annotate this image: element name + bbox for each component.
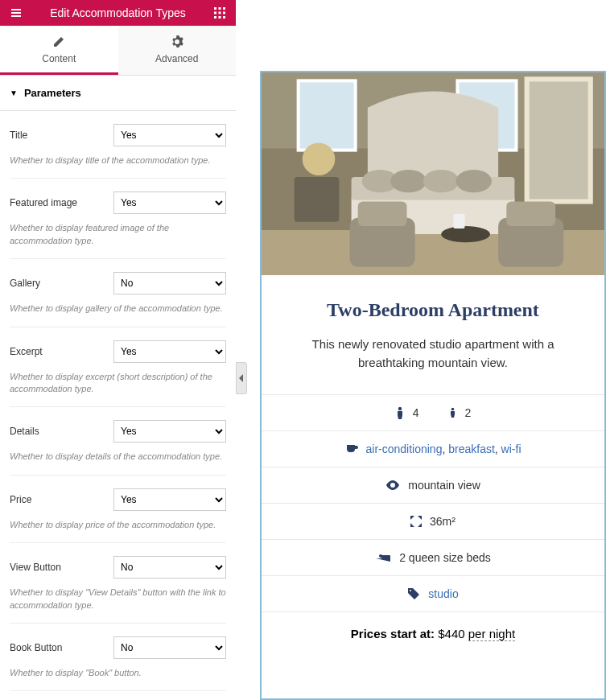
hamburger-menu-icon[interactable] xyxy=(6,6,26,19)
svg-point-21 xyxy=(390,170,427,192)
field-select-title[interactable]: Yes No xyxy=(113,124,226,146)
svg-point-22 xyxy=(423,170,460,192)
svg-rect-8 xyxy=(223,16,225,19)
tab-content[interactable]: Content xyxy=(0,26,118,75)
field-select-book button[interactable]: Yes No xyxy=(113,636,226,659)
coffee-icon xyxy=(345,443,358,455)
svg-rect-4 xyxy=(219,12,221,14)
field-help: Whether to display price of the accommod… xyxy=(10,519,226,543)
field-row: Details Yes No Whether to display detail… xyxy=(0,407,236,475)
editor-header: Edit Accommodation Types xyxy=(0,0,236,26)
field-help: Whether to display details of the accomm… xyxy=(10,451,226,475)
panel-body: Title Yes No Whether to display title of… xyxy=(0,111,236,700)
amenity-link[interactable]: wi-fi xyxy=(501,443,521,455)
svg-point-30 xyxy=(441,226,490,242)
svg-rect-29 xyxy=(506,201,555,225)
field-row: Title Yes No Whether to display title of… xyxy=(0,111,236,179)
amenity-link[interactable]: air-conditioning xyxy=(366,443,443,455)
field-help: Whether to display title of the accommod… xyxy=(10,154,226,179)
field-select-price[interactable]: Yes No xyxy=(113,488,226,511)
size-text: 36m² xyxy=(430,515,456,528)
tabs: Content Advanced xyxy=(0,26,236,76)
field-label: View Button xyxy=(10,562,61,573)
field-help: Whether to display "Book" button. xyxy=(10,667,226,691)
field-label: Book Button xyxy=(10,642,62,653)
field-label: Price xyxy=(10,494,31,505)
field-select-featured image[interactable]: Yes No xyxy=(113,191,226,214)
svg-rect-5 xyxy=(223,12,225,14)
field-label: Gallery xyxy=(10,278,40,289)
tab-advanced-label: Advanced xyxy=(155,53,198,64)
accommodation-card: Two-Bedroom Apartment This newly renovat… xyxy=(260,71,606,700)
eye-icon xyxy=(385,480,400,490)
child-icon xyxy=(448,407,457,418)
field-help: Whether to display featured image of the… xyxy=(10,222,226,259)
field-label: Excerpt xyxy=(10,346,43,357)
editor-title: Edit Accommodation Types xyxy=(26,6,210,19)
price-label: Prices start at: xyxy=(351,627,435,640)
svg-rect-31 xyxy=(453,214,464,229)
children-count: 2 xyxy=(465,406,472,419)
price-per: per night xyxy=(468,627,515,641)
svg-rect-11 xyxy=(299,80,356,150)
field-help: Whether to display excerpt (short descri… xyxy=(10,371,226,408)
field-label: Title xyxy=(10,130,27,141)
svg-point-25 xyxy=(303,142,336,175)
svg-rect-15 xyxy=(527,79,591,201)
adults-count: 4 xyxy=(413,406,419,419)
tag-row: studio xyxy=(262,575,604,611)
price-value: $440 xyxy=(438,627,464,640)
svg-rect-7 xyxy=(219,16,221,19)
beds-row: 2 queen size beds xyxy=(262,539,604,575)
price-row: Prices start at: $440 per night xyxy=(262,611,604,649)
svg-rect-3 xyxy=(214,12,216,14)
tag-link[interactable]: studio xyxy=(428,587,458,600)
svg-rect-2 xyxy=(223,7,225,10)
tab-advanced[interactable]: Advanced xyxy=(118,26,237,75)
panel-title: Parameters xyxy=(24,87,81,99)
svg-rect-27 xyxy=(358,201,407,225)
capacity-row: 4 2 xyxy=(262,394,604,430)
tab-content-label: Content xyxy=(42,53,76,64)
field-row: Gallery Yes No Whether to display galler… xyxy=(0,259,236,327)
expand-icon xyxy=(410,516,422,527)
beds-text: 2 queen size beds xyxy=(399,551,491,564)
field-select-gallery[interactable]: Yes No xyxy=(113,272,226,294)
tag-icon xyxy=(407,587,420,600)
field-help: Whether to display "View Details" button… xyxy=(10,587,226,624)
svg-point-32 xyxy=(398,407,402,410)
svg-point-23 xyxy=(456,170,492,192)
panel-parameters-header[interactable]: ▼ Parameters xyxy=(0,76,236,111)
editor-sidebar: Edit Accommodation Types Content Advance… xyxy=(0,0,236,700)
svg-point-33 xyxy=(451,408,454,411)
featured-image xyxy=(262,72,604,275)
field-label: Featured image xyxy=(10,197,77,208)
field-row: View Button Yes No Whether to display "V… xyxy=(0,543,236,624)
svg-rect-24 xyxy=(295,177,340,222)
svg-rect-1 xyxy=(219,7,221,10)
field-select-view button[interactable]: Yes No xyxy=(113,556,226,579)
field-row: Price Yes No Whether to display price of… xyxy=(0,476,236,543)
field-label: Details xyxy=(10,426,39,437)
gear-icon xyxy=(171,35,183,48)
amenity-link[interactable]: breakfast xyxy=(448,443,495,455)
field-row: Excerpt Yes No Whether to display excerp… xyxy=(0,327,236,408)
caret-down-icon: ▼ xyxy=(10,89,18,97)
field-select-excerpt[interactable]: Yes No xyxy=(113,340,226,363)
svg-rect-6 xyxy=(214,16,216,19)
view-row: mountain view xyxy=(262,467,604,503)
svg-rect-0 xyxy=(214,7,216,10)
apps-grid-icon[interactable] xyxy=(210,6,229,19)
bed-icon xyxy=(375,553,391,562)
field-help: Whether to display gallery of the accomm… xyxy=(10,303,226,327)
field-select-details[interactable]: Yes No xyxy=(113,420,226,443)
preview-area: Two-Bedroom Apartment This newly renovat… xyxy=(236,0,606,700)
adult-icon xyxy=(395,406,405,419)
view-text: mountain view xyxy=(408,479,480,492)
collapse-sidebar-handle[interactable] xyxy=(236,362,247,394)
accommodation-excerpt: This newly renovated studio apartment wi… xyxy=(294,336,572,372)
pencil-icon xyxy=(52,35,65,48)
amenities-row: air-conditioning, breakfast, wi-fi xyxy=(262,430,604,467)
field-row: Book Button Yes No Whether to display "B… xyxy=(0,624,236,691)
size-row: 36m² xyxy=(262,503,604,539)
